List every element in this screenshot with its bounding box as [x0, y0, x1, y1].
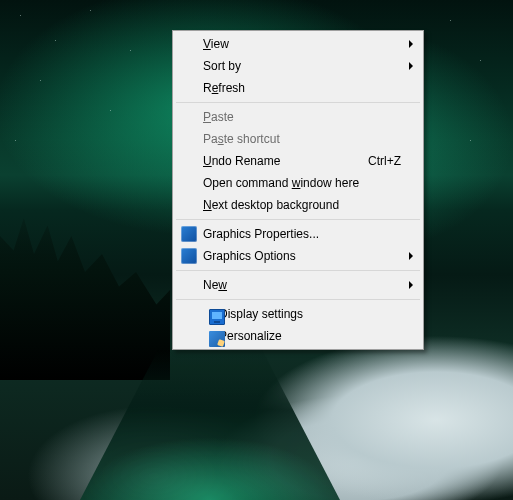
menu-item-paste: Paste	[175, 106, 421, 128]
menu-shortcut: Ctrl+Z	[368, 154, 401, 168]
chevron-right-icon	[409, 281, 413, 289]
menu-label: Personalize	[219, 329, 401, 343]
menu-label: View	[203, 37, 401, 51]
menu-label: Open command window here	[203, 176, 401, 190]
menu-item-view[interactable]: View	[175, 33, 421, 55]
desktop-background[interactable]: View Sort by Refresh Paste Paste shortcu…	[0, 0, 513, 500]
menu-label: Graphics Options	[203, 249, 401, 263]
menu-label: Graphics Properties...	[203, 227, 401, 241]
menu-item-open-command-window[interactable]: Open command window here	[175, 172, 421, 194]
menu-label: New	[203, 278, 401, 292]
chevron-right-icon	[409, 62, 413, 70]
chevron-right-icon	[409, 40, 413, 48]
menu-item-graphics-properties[interactable]: Graphics Properties...	[175, 223, 421, 245]
menu-item-sort-by[interactable]: Sort by	[175, 55, 421, 77]
intel-graphics-icon	[181, 248, 197, 264]
menu-label: Refresh	[203, 81, 401, 95]
menu-label: Display settings	[219, 307, 401, 321]
menu-label: Undo Rename	[203, 154, 356, 168]
intel-graphics-icon	[181, 226, 197, 242]
menu-separator	[176, 299, 420, 300]
menu-separator	[176, 102, 420, 103]
menu-item-undo-rename[interactable]: Undo Rename Ctrl+Z	[175, 150, 421, 172]
menu-item-next-desktop-background[interactable]: Next desktop background	[175, 194, 421, 216]
chevron-right-icon	[409, 252, 413, 260]
menu-item-display-settings[interactable]: Display settings	[175, 303, 421, 325]
personalize-icon	[209, 331, 225, 347]
menu-item-graphics-options[interactable]: Graphics Options	[175, 245, 421, 267]
desktop-context-menu: View Sort by Refresh Paste Paste shortcu…	[172, 30, 424, 350]
menu-label: Next desktop background	[203, 198, 401, 212]
menu-item-refresh[interactable]: Refresh	[175, 77, 421, 99]
menu-separator	[176, 219, 420, 220]
display-icon	[209, 309, 225, 325]
menu-label: Sort by	[203, 59, 401, 73]
menu-separator	[176, 270, 420, 271]
menu-item-paste-shortcut: Paste shortcut	[175, 128, 421, 150]
menu-item-new[interactable]: New	[175, 274, 421, 296]
menu-label: Paste shortcut	[203, 132, 401, 146]
menu-item-personalize[interactable]: Personalize	[175, 325, 421, 347]
menu-label: Paste	[203, 110, 401, 124]
